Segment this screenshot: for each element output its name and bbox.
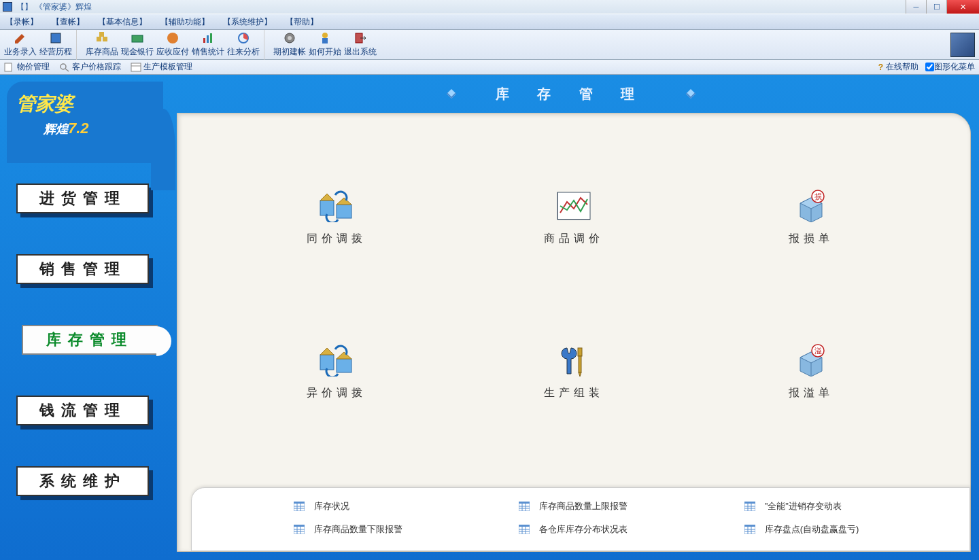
menubar: 【录帐】 【查帐】 【基本信息】 【辅助功能】 【系统维护】 【帮助】 bbox=[0, 14, 979, 30]
svg-rect-69 bbox=[519, 525, 530, 527]
svg-rect-63 bbox=[294, 525, 305, 527]
nav-buttons: 进货管理 销售管理 库存管理 钱流管理 系统维护 bbox=[7, 183, 173, 496]
close-button[interactable]: ✕ bbox=[946, 0, 979, 14]
menu-aux[interactable]: 【辅助功能】 bbox=[160, 16, 209, 28]
damage-box-icon: 损 bbox=[792, 190, 830, 222]
item-production[interactable]: 生产组装 bbox=[456, 295, 693, 449]
svg-rect-20 bbox=[320, 200, 334, 215]
menu-record[interactable]: 【录帐】 bbox=[5, 16, 38, 28]
app-cube-icon bbox=[950, 33, 975, 57]
svg-rect-36 bbox=[578, 348, 582, 356]
graph-menu-toggle[interactable]: 图形化菜单 bbox=[925, 61, 975, 73]
person-icon bbox=[318, 31, 332, 45]
svg-rect-1 bbox=[97, 37, 101, 41]
item-diff-price-transfer[interactable]: 异价调拨 bbox=[218, 295, 456, 449]
main-area: 库 存 管 理 管家婆 辉煌7.2 进货管理 销售管理 库存管理 钱流管理 系统… bbox=[0, 75, 979, 560]
grid-icon bbox=[519, 502, 530, 511]
svg-text:损: 损 bbox=[814, 192, 821, 200]
svg-rect-24 bbox=[557, 192, 590, 220]
tb-cash-bank[interactable]: 现金银行 bbox=[120, 30, 155, 60]
minimize-button[interactable]: ─ bbox=[906, 0, 926, 14]
tb-receivables[interactable]: 应收应付 bbox=[155, 30, 190, 60]
tb-sales-stat[interactable]: 销售统计 bbox=[190, 30, 226, 60]
svg-point-11 bbox=[288, 36, 292, 40]
book-icon bbox=[49, 31, 63, 45]
analysis-icon bbox=[237, 31, 250, 45]
nav-inventory[interactable]: 库存管理 bbox=[22, 325, 158, 355]
tb2-production-tmpl[interactable]: 生产模板管理 bbox=[131, 61, 192, 73]
grid-icon bbox=[744, 525, 755, 534]
diamond-icon bbox=[447, 89, 456, 99]
svg-rect-0 bbox=[51, 33, 61, 43]
report-all-change[interactable]: "全能"进销存变动表 bbox=[744, 500, 942, 512]
tb2-price-mgmt[interactable]: 物价管理 bbox=[4, 61, 50, 73]
handshake-icon bbox=[166, 31, 179, 45]
svg-rect-2 bbox=[103, 37, 107, 41]
nav-money[interactable]: 钱流管理 bbox=[16, 396, 149, 425]
item-same-price-transfer[interactable]: 同价调拨 bbox=[218, 141, 456, 295]
svg-text:溢: 溢 bbox=[814, 347, 821, 355]
svg-marker-23 bbox=[337, 198, 351, 205]
item-overflow-report[interactable]: 溢 报溢单 bbox=[692, 295, 929, 449]
toolbar-main: 业务录入 经营历程 库存商品 现金银行 应收应付 销售统计 往来分析 期初建帐 … bbox=[0, 30, 979, 60]
grid-icon bbox=[294, 502, 305, 511]
icon-grid: 同价调拨 商品调价 损 报损单 异价调拨 生产组装 bbox=[218, 141, 929, 449]
tools-icon bbox=[555, 344, 593, 377]
svg-rect-57 bbox=[744, 502, 755, 504]
menu-basic-info[interactable]: 【基本信息】 bbox=[98, 16, 147, 28]
svg-point-16 bbox=[61, 64, 66, 69]
item-price-adjust[interactable]: 商品调价 bbox=[456, 141, 693, 295]
diamond-icon bbox=[686, 89, 695, 99]
titlebar: 【】 《管家婆》辉煌 ─ ☐ ✕ bbox=[0, 0, 979, 14]
svg-rect-51 bbox=[519, 502, 530, 504]
tb2-customer-price[interactable]: 客户价格跟踪 bbox=[59, 61, 121, 73]
boxes-icon bbox=[95, 31, 109, 45]
grid-icon bbox=[294, 525, 305, 534]
toolbar-secondary: 物价管理 客户价格跟踪 生产模板管理 ? 在线帮助 图形化菜单 bbox=[0, 60, 979, 75]
warehouse-transfer-icon bbox=[317, 190, 356, 222]
item-label: 同价调拨 bbox=[307, 232, 366, 246]
nav-purchase[interactable]: 进货管理 bbox=[16, 183, 149, 213]
online-help-link[interactable]: 在线帮助 bbox=[886, 61, 918, 73]
item-damage-report[interactable]: 损 报损单 bbox=[692, 141, 929, 295]
doc-icon bbox=[4, 63, 15, 72]
tb-inventory[interactable]: 库存商品 bbox=[84, 30, 120, 60]
menu-query[interactable]: 【查帐】 bbox=[52, 16, 84, 28]
barchart-icon bbox=[201, 31, 215, 45]
svg-rect-37 bbox=[579, 356, 581, 372]
tb-exit[interactable]: 退出系统 bbox=[343, 30, 378, 60]
tb-history[interactable]: 经营历程 bbox=[38, 30, 73, 60]
sidebar: 管家婆 辉煌7.2 进货管理 销售管理 库存管理 钱流管理 系统维护 bbox=[7, 82, 173, 557]
search-icon bbox=[59, 63, 70, 72]
svg-point-12 bbox=[322, 33, 328, 38]
svg-rect-45 bbox=[294, 502, 305, 504]
tb-initial[interactable]: 期初建帐 bbox=[272, 30, 307, 60]
report-lower-alarm[interactable]: 库存商品数量下限报警 bbox=[294, 523, 492, 536]
nav-sales[interactable]: 销售管理 bbox=[16, 254, 149, 284]
svg-marker-38 bbox=[579, 372, 581, 377]
grid-icon bbox=[519, 525, 530, 534]
svg-marker-33 bbox=[320, 348, 334, 355]
svg-point-5 bbox=[167, 33, 178, 43]
nav-sysmaint[interactable]: 系统维护 bbox=[16, 466, 149, 496]
report-warehouse-dist[interactable]: 各仓库库存分布状况表 bbox=[519, 523, 717, 536]
svg-line-17 bbox=[65, 69, 69, 71]
maximize-button[interactable]: ☐ bbox=[926, 0, 946, 14]
item-label: 报溢单 bbox=[789, 386, 834, 400]
page-header: 库 存 管 理 bbox=[170, 77, 972, 110]
report-stock-status[interactable]: 库存状况 bbox=[294, 500, 492, 512]
svg-rect-34 bbox=[337, 359, 351, 372]
tb-contacts[interactable]: 往来分析 bbox=[226, 30, 261, 60]
svg-rect-3 bbox=[99, 32, 104, 37]
item-label: 商品调价 bbox=[544, 232, 604, 246]
report-stock-count[interactable]: 库存盘点(自动盘赢盘亏) bbox=[744, 523, 942, 536]
tb-business-entry[interactable]: 业务录入 bbox=[3, 30, 38, 60]
gear-icon bbox=[283, 31, 296, 45]
menu-sysmaint[interactable]: 【系统维护】 bbox=[223, 16, 272, 28]
report-upper-alarm[interactable]: 库存商品数量上限报警 bbox=[519, 500, 717, 512]
menu-help[interactable]: 【帮助】 bbox=[286, 16, 318, 28]
tb-howto[interactable]: 如何开始 bbox=[307, 30, 343, 60]
warehouse-transfer-icon bbox=[317, 344, 356, 377]
svg-rect-13 bbox=[322, 38, 328, 43]
item-label: 生产组装 bbox=[544, 386, 604, 400]
